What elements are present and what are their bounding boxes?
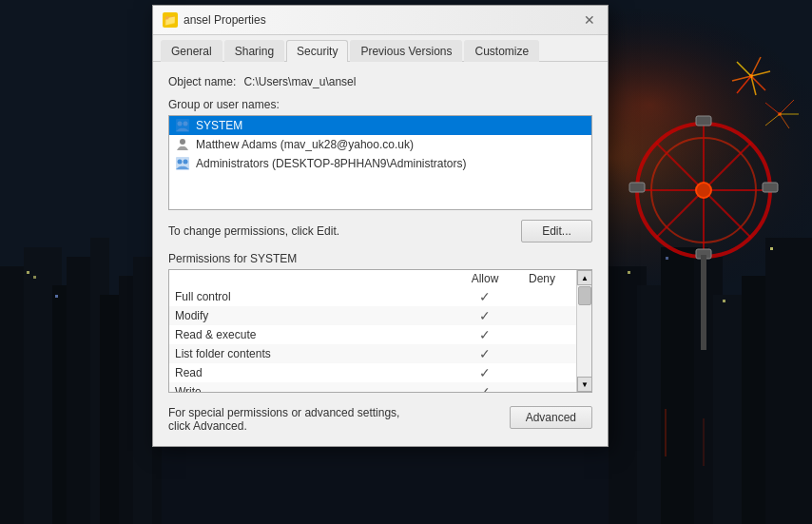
svg-rect-30 (701, 255, 706, 350)
perm-name-write: Write (175, 385, 456, 393)
tab-sharing[interactable]: Sharing (224, 40, 284, 62)
svg-point-60 (184, 160, 188, 165)
administrators-user-icon (175, 156, 190, 171)
edit-section: To change permissions, click Edit. Edit.… (168, 220, 592, 243)
dialog-wrapper: 📁 ansel Properties ✕ General Sharing Sec… (152, 0, 618, 524)
perm-row-full-control: Full control ✓ (169, 287, 591, 306)
svg-point-56 (184, 122, 188, 126)
svg-rect-48 (628, 271, 630, 274)
svg-rect-50 (723, 300, 725, 302)
permissions-column-headers: Allow Deny (169, 270, 591, 287)
edit-hint: To change permissions, click Edit. (168, 224, 521, 238)
users-list[interactable]: SYSTEM Matthew Adams (mav_uk28@yahoo.co.… (168, 115, 592, 210)
advanced-button[interactable]: Advanced (510, 406, 592, 429)
user-item-administrators[interactable]: Administrators (DESKTOP-8PHHAN9\Administ… (169, 154, 591, 173)
scrollbar-track[interactable]: ▲ ▼ (576, 270, 591, 392)
perm-allow-modify: ✓ (456, 308, 513, 323)
matthew-user-icon (175, 137, 190, 152)
user-item-matthew[interactable]: Matthew Adams (mav_uk28@yahoo.co.uk) (169, 135, 591, 154)
properties-dialog: 📁 ansel Properties ✕ General Sharing Sec… (152, 5, 609, 447)
perm-allow-read: ✓ (456, 365, 513, 380)
scrollbar-thumb[interactable] (578, 286, 591, 305)
system-user-icon (175, 118, 190, 133)
svg-rect-45 (27, 271, 29, 274)
user-item-system[interactable]: SYSTEM (169, 116, 591, 135)
user-name-system: SYSTEM (196, 119, 242, 132)
svg-rect-25 (696, 116, 711, 126)
svg-rect-51 (770, 247, 773, 250)
group-user-names-label: Group or user names: (168, 98, 592, 111)
perm-col-deny: Deny (513, 272, 570, 285)
perm-name-modify: Modify (175, 309, 456, 322)
tab-security[interactable]: Security (286, 40, 348, 62)
tab-customize[interactable]: Customize (464, 40, 539, 62)
perm-allow-list-folder: ✓ (456, 346, 513, 361)
user-name-administrators: Administrators (DESKTOP-8PHHAN9\Administ… (196, 157, 467, 170)
svg-point-59 (178, 160, 183, 165)
permissions-table-wrapper[interactable]: Allow Deny Full control ✓ Modify ✓ (168, 269, 592, 393)
perm-col-allow: Allow (456, 272, 513, 285)
svg-rect-46 (33, 276, 36, 279)
perm-row-read: Read ✓ (169, 363, 591, 382)
perm-col-name (175, 272, 456, 285)
svg-rect-11 (133, 257, 152, 524)
advanced-section: For special permissions or advanced sett… (168, 402, 592, 433)
tab-previous-versions[interactable]: Previous Versions (350, 40, 462, 62)
object-name-label: Object name: (168, 75, 236, 88)
permissions-header: Permissions for SYSTEM (168, 252, 592, 265)
svg-rect-47 (55, 295, 58, 298)
dialog-content: Object name: C:\Users\mav_u\ansel Group … (153, 62, 608, 446)
svg-rect-18 (765, 238, 812, 524)
svg-rect-28 (763, 183, 778, 192)
svg-point-55 (178, 122, 183, 126)
dialog-title: ansel Properties (184, 13, 266, 27)
perm-row-list-folder: List folder contents ✓ (169, 344, 591, 363)
svg-point-29 (696, 183, 711, 198)
perm-allow-read-execute: ✓ (456, 327, 513, 342)
perm-name-read-execute: Read & execute (175, 328, 456, 341)
perm-allow-full-control: ✓ (456, 289, 513, 304)
perm-row-modify: Modify ✓ (169, 306, 591, 325)
perm-name-full-control: Full control (175, 290, 456, 303)
tab-bar: General Sharing Security Previous Versio… (153, 35, 608, 62)
perm-allow-write: ✓ (456, 384, 513, 393)
object-name-row: Object name: C:\Users\mav_u\ansel (168, 75, 592, 88)
perm-row-write: Write ✓ (169, 382, 591, 393)
svg-rect-27 (629, 183, 645, 192)
perm-name-list-folder: List folder contents (175, 347, 456, 360)
user-name-matthew: Matthew Adams (mav_uk28@yahoo.co.uk) (196, 138, 414, 151)
object-name-value: C:\Users\mav_u\ansel (243, 75, 356, 88)
close-button[interactable]: ✕ (581, 11, 598, 29)
scroll-up-button[interactable]: ▲ (577, 270, 592, 285)
edit-button[interactable]: Edit... (521, 220, 592, 243)
title-bar-left: 📁 ansel Properties (163, 12, 266, 28)
permissions-section: Permissions for SYSTEM Allow Deny Full c… (168, 252, 592, 393)
folder-icon: 📁 (163, 12, 178, 28)
tab-general[interactable]: General (161, 40, 222, 62)
perm-row-read-execute: Read & execute ✓ (169, 325, 591, 344)
scroll-down-button[interactable]: ▼ (577, 377, 592, 392)
svg-rect-49 (666, 257, 668, 260)
advanced-hint: For special permissions or advanced sett… (168, 406, 510, 433)
title-bar: 📁 ansel Properties ✕ (153, 6, 608, 35)
perm-name-read: Read (175, 366, 456, 379)
svg-point-57 (180, 139, 185, 145)
